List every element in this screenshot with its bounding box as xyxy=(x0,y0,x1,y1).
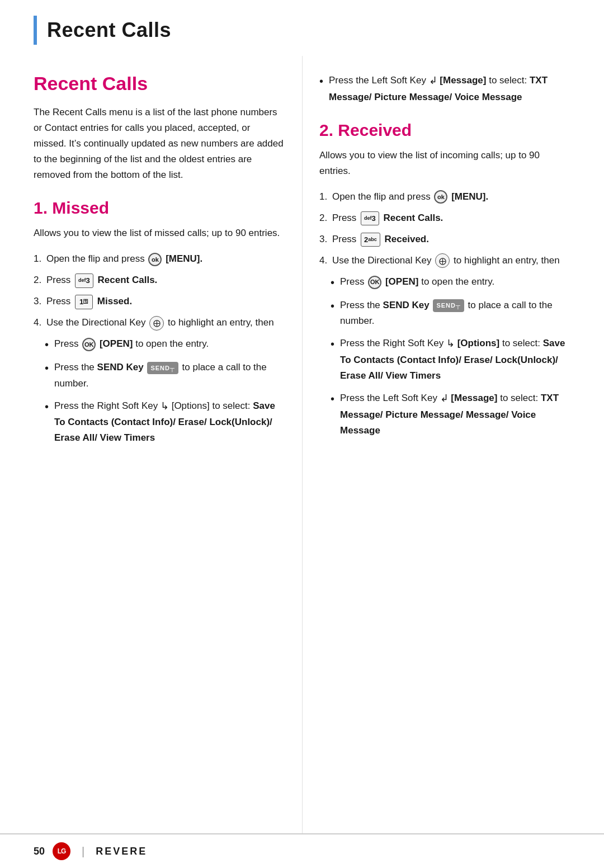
bullet-dot-3: • xyxy=(45,398,49,415)
page-title: Recent Calls xyxy=(47,18,171,42)
lg-logo: LG xyxy=(53,842,70,860)
right-column: • Press the Left Soft Key ↲ [Message] to… xyxy=(302,56,570,833)
menu-label: [MENU]. xyxy=(166,253,202,264)
bullet-dot-r3: • xyxy=(331,336,334,352)
right-soft-key-icon-1: ↳ xyxy=(161,400,169,412)
bullet-open-received-text: Press OK [OPEN] to open the entry. xyxy=(340,274,570,290)
bullet-message-top: • Press the Left Soft Key ↲ [Message] to… xyxy=(319,73,570,105)
missed-step-4: 4. Use the Directional Key ⨁ to highligh… xyxy=(34,315,285,331)
received-step-2: 2. Press def3 Recent Calls. xyxy=(319,210,570,226)
left-soft-key-icon-top: ↲ xyxy=(429,75,437,86)
page-container: Recent Calls Recent Calls The Recent Cal… xyxy=(0,0,604,868)
bullet-message-top-text: Press the Left Soft Key ↲ [Message] to s… xyxy=(329,73,570,105)
bullet-options-missed: • Press the Right Soft Key ↳ [Options] t… xyxy=(45,398,285,446)
bullet-options-text: Press the Right Soft Key ↳ [Options] to … xyxy=(54,398,285,446)
step-num-4: 4. xyxy=(34,315,44,331)
left-column: Recent Calls The Recent Calls menu is a … xyxy=(34,56,302,833)
received-step-4-content: Use the Directional Key ⨁ to highlight a… xyxy=(332,253,570,268)
key-2abc: 2abc xyxy=(361,233,380,247)
step-num-3: 3. xyxy=(34,294,44,309)
step-3-content: Press 1⚿ Missed. xyxy=(46,294,285,309)
bullet-dot-top: • xyxy=(319,73,323,89)
revere-brand: REVERE xyxy=(96,846,147,857)
bullet-options-received-text: Press the Right Soft Key ↳ [Options] to … xyxy=(340,336,570,384)
page-header: Recent Calls xyxy=(0,0,604,56)
missed-step-1: 1. Open the flip and press ok [MENU]. xyxy=(34,251,285,267)
recent-calls-key-label: Recent Calls. xyxy=(98,275,158,285)
bullet-message-received: • Press the Left Soft Key ↲ [Message] to… xyxy=(331,390,570,438)
right-soft-key-icon-2: ↳ xyxy=(446,338,455,349)
step-2-content: Press def3 Recent Calls. xyxy=(46,272,285,288)
bullet-open-text: Press OK [OPEN] to open the entry. xyxy=(54,336,285,352)
bullet-send-text: Press the SEND Key SEND┬ to place a call… xyxy=(54,360,285,391)
bullet-dot-r4: • xyxy=(331,390,334,407)
footer-separator: | xyxy=(82,845,84,858)
lg-text: LG xyxy=(58,847,66,855)
missed-section-title: 1. Missed xyxy=(34,199,285,218)
send-key-icon-2: SEND┬ xyxy=(433,299,464,312)
bullet-send-received: • Press the SEND Key SEND┬ to place a ca… xyxy=(331,298,570,329)
received-step-1-content: Open the flip and press ok [MENU]. xyxy=(332,189,570,205)
left-soft-key-icon-2: ↲ xyxy=(440,393,449,404)
bullet-open-received: • Press OK [OPEN] to open the entry. xyxy=(331,274,570,291)
intro-paragraph: The Recent Calls menu is a list of the l… xyxy=(34,105,285,183)
received-step-num-4: 4. xyxy=(319,253,330,268)
send-key-icon-1: SEND┬ xyxy=(147,362,178,374)
ok-key-icon: ok xyxy=(148,253,162,266)
lg-circle-icon: LG xyxy=(53,842,70,860)
main-content: Recent Calls The Recent Calls menu is a … xyxy=(0,56,604,833)
received-step-3: 3. Press 2abc Received. xyxy=(319,232,570,247)
page-number: 50 xyxy=(34,846,45,857)
received-step-3-content: Press 2abc Received. xyxy=(332,232,570,247)
received-step-4: 4. Use the Directional Key ⨁ to highligh… xyxy=(319,253,570,268)
ok-key-received-1: ok xyxy=(434,190,447,204)
received-step-num-3: 3. xyxy=(319,232,330,247)
ok-key-bullet-1: OK xyxy=(82,338,96,351)
right-top-bullets: • Press the Left Soft Key ↲ [Message] to… xyxy=(319,73,570,105)
bullet-open-missed: • Press OK [OPEN] to open the entry. xyxy=(45,336,285,353)
missed-key-label: Missed. xyxy=(97,296,132,306)
received-bullets: • Press OK [OPEN] to open the entry. • P… xyxy=(331,274,570,438)
directional-key-icon: ⨁ xyxy=(149,316,164,331)
bullet-send-received-text: Press the SEND Key SEND┬ to place a call… xyxy=(340,298,570,329)
step-4-content: Use the Directional Key ⨁ to highlight a… xyxy=(46,315,285,331)
bullet-dot-1: • xyxy=(45,336,49,353)
missed-description: Allows you to view the list of missed ca… xyxy=(34,225,285,241)
directional-key-received: ⨁ xyxy=(435,253,450,268)
key-3def: def3 xyxy=(75,273,93,287)
step-num-1: 1. xyxy=(34,251,44,267)
key-3def-received: def3 xyxy=(361,211,379,225)
bullet-message-received-text: Press the Left Soft Key ↲ [Message] to s… xyxy=(340,390,570,438)
bullet-dot-2: • xyxy=(45,360,49,376)
ok-key-bullet-r1: OK xyxy=(368,276,381,289)
received-section-title: 2. Received xyxy=(319,121,570,140)
key-1: 1⚿ xyxy=(75,295,93,309)
recent-calls-title: Recent Calls xyxy=(34,73,285,95)
missed-step-2: 2. Press def3 Recent Calls. xyxy=(34,272,285,288)
missed-bullets: • Press OK [OPEN] to open the entry. • P… xyxy=(45,336,285,446)
bullet-dot-r1: • xyxy=(331,274,334,291)
bullet-dot-r2: • xyxy=(331,298,334,314)
page-footer: 50 LG | REVERE xyxy=(0,833,604,868)
step-1-content: Open the flip and press ok [MENU]. xyxy=(46,251,285,267)
bullet-options-received: • Press the Right Soft Key ↳ [Options] t… xyxy=(331,336,570,384)
missed-step-3: 3. Press 1⚿ Missed. xyxy=(34,294,285,309)
received-step-2-content: Press def3 Recent Calls. xyxy=(332,210,570,226)
step-num-2: 2. xyxy=(34,272,44,288)
received-step-1: 1. Open the flip and press ok [MENU]. xyxy=(319,189,570,205)
received-step-num-2: 2. xyxy=(319,210,330,226)
blue-accent-bar xyxy=(34,16,37,45)
received-step-num-1: 1. xyxy=(319,189,330,205)
bullet-send-missed: • Press the SEND Key SEND┬ to place a ca… xyxy=(45,360,285,391)
received-description: Allows you to view the list of incoming … xyxy=(319,148,570,179)
